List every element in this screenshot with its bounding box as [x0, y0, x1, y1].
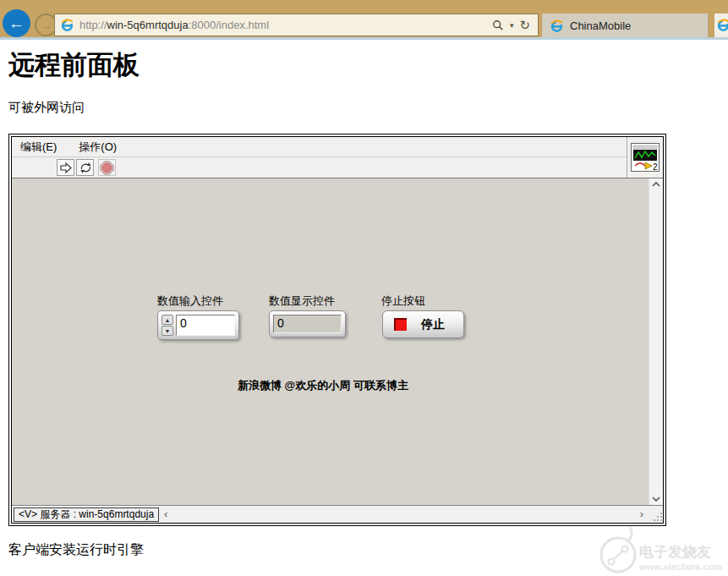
page-subtitle: 可被外网访问 — [8, 100, 85, 116]
labview-remote-panel: 编辑(E) 操作(O) — [8, 134, 666, 526]
url-prefix: http:// — [79, 19, 107, 31]
address-bar-controls: ▾ ↻ — [484, 19, 538, 31]
blog-note: 新浪微博 @欢乐的小周 可联系博主 — [238, 378, 408, 393]
scroll-left-icon[interactable]: ‹ — [159, 507, 172, 522]
search-icon[interactable] — [492, 19, 504, 31]
numeric-display-control: 0 — [269, 310, 346, 337]
browser-tab[interactable]: ChinaMobile — [542, 14, 709, 37]
menu-edit[interactable]: 编辑(E) — [20, 140, 57, 155]
tab-title: ChinaMobile — [570, 19, 631, 32]
panel-header-left: 编辑(E) 操作(O) — [12, 137, 627, 178]
front-panel-canvas: 数值输入控件 ▲ ▼ 0 数值显示控件 0 停止按钮 — [12, 178, 649, 505]
panel-header: 编辑(E) 操作(O) — [12, 137, 663, 178]
labview-vi-icon: 2 — [631, 143, 660, 172]
elecfans-watermark: 电子发烧友 www.elecfans.com — [580, 523, 728, 576]
panel-body: 数值输入控件 ▲ ▼ 0 数值显示控件 0 停止按钮 — [12, 178, 663, 505]
stop-button[interactable]: 停止 — [382, 310, 464, 338]
increment-button[interactable]: ▲ — [161, 315, 173, 325]
url-domain: win-5q6mrtqduja — [107, 19, 189, 31]
abort-button[interactable] — [98, 159, 116, 176]
numeric-display-label: 数值显示控件 — [269, 293, 335, 309]
watermark-brand-text: 电子发烧友 — [639, 544, 711, 560]
decrement-button[interactable]: ▼ — [161, 326, 173, 336]
panel-statusbar: <V> 服务器 : win-5q6mrtqduja ‹ › — [12, 505, 663, 523]
panel-toolbar — [12, 157, 627, 178]
panel-menubar: 编辑(E) 操作(O) — [12, 137, 627, 157]
url-suffix: :8000/index.html — [189, 19, 269, 31]
back-arrow-icon: ← — [8, 14, 25, 33]
vi-icon-badge: 2 — [653, 162, 658, 172]
numeric-spinner: ▲ ▼ — [161, 315, 173, 336]
numeric-input-label: 数值输入控件 — [157, 293, 223, 309]
run-button[interactable] — [57, 159, 74, 176]
stop-button-label: 停止按钮 — [381, 293, 425, 309]
refresh-icon[interactable]: ↻ — [519, 19, 530, 31]
run-continuous-button[interactable] — [76, 159, 94, 176]
forward-arrow-icon: → — [41, 19, 52, 32]
run-arrow-icon — [58, 161, 73, 175]
scroll-up-icon[interactable] — [652, 182, 660, 187]
scroll-right-icon[interactable]: › — [635, 507, 649, 522]
chrome-divider — [0, 37, 728, 40]
vertical-scrollbar[interactable] — [649, 178, 663, 505]
labview-panel-inner: 编辑(E) 操作(O) — [11, 136, 664, 524]
ie-newtab-icon — [716, 18, 728, 32]
numeric-display-field: 0 — [273, 315, 342, 333]
ie-tab-icon — [550, 19, 564, 33]
page-title: 远程前面板 — [8, 47, 140, 83]
stop-button-text: 停止 — [421, 317, 445, 332]
ie-favicon-icon — [60, 18, 74, 32]
new-tab-button[interactable] — [714, 14, 728, 37]
abort-octagon-icon — [100, 161, 114, 175]
watermark-url-text: www.elecfans.com — [638, 562, 722, 572]
numeric-input-control[interactable]: ▲ ▼ 0 — [157, 310, 239, 340]
scroll-down-icon[interactable] — [652, 496, 660, 502]
resize-grip-icon[interactable] — [649, 507, 663, 522]
run-continuous-icon — [78, 160, 93, 175]
menu-operate[interactable]: 操作(O) — [79, 140, 117, 155]
horizontal-scrollbar-track[interactable] — [172, 506, 635, 523]
numeric-input-field[interactable]: 0 — [176, 315, 235, 336]
spin-up-icon: ▲ — [165, 317, 171, 323]
screenshot-root: ← → http://win-5q6mrtqduja:8000/index.ht… — [0, 0, 728, 576]
address-bar[interactable]: http://win-5q6mrtqduja:8000/index.html ▾… — [54, 14, 539, 36]
back-button[interactable]: ← — [3, 9, 30, 37]
search-dropdown-icon[interactable]: ▾ — [510, 21, 514, 30]
panel-header-right: 2 — [627, 137, 663, 178]
url-text[interactable]: http://win-5q6mrtqduja:8000/index.html — [79, 19, 484, 31]
server-selector[interactable]: <V> 服务器 : win-5q6mrtqduja — [14, 507, 159, 522]
page-footer-note: 客户端安装运行时引擎 — [8, 541, 144, 559]
stop-red-square-icon — [394, 318, 407, 331]
spin-down-icon: ▼ — [165, 328, 171, 334]
